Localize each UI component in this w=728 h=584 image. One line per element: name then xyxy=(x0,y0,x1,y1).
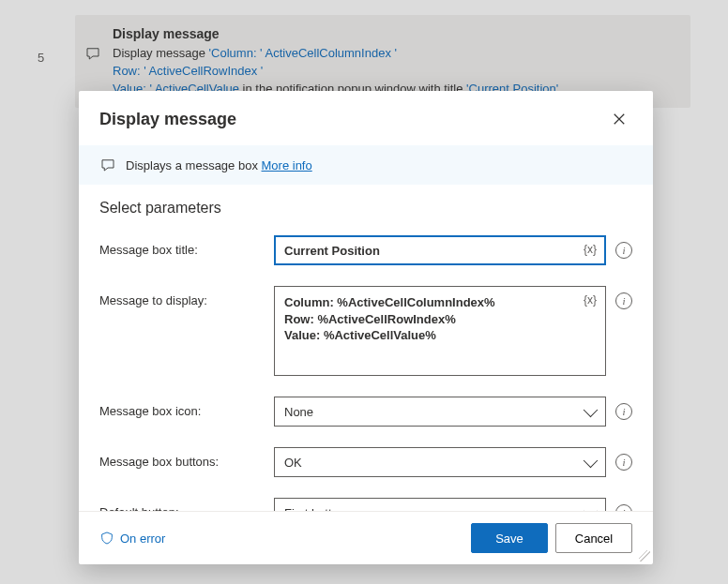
more-info-link[interactable]: More info xyxy=(262,158,312,172)
label-default-button: Default button: xyxy=(99,498,265,511)
cancel-button[interactable]: Cancel xyxy=(555,523,632,553)
label-message: Message to display: xyxy=(99,286,265,307)
action-description-line1: Display message 'Column: ' ActiveCellCol… xyxy=(113,45,675,63)
action-description-line2: Row: ' ActiveCellRowIndex ' xyxy=(113,63,675,81)
save-button[interactable]: Save xyxy=(471,523,548,553)
action-title: Display message xyxy=(113,24,675,43)
message-icon xyxy=(99,157,116,173)
modal-footer: On error Save Cancel xyxy=(79,511,653,564)
help-icon[interactable]: i xyxy=(615,454,632,471)
message-icon xyxy=(84,45,101,62)
info-banner: Displays a message box More info xyxy=(79,145,653,185)
step-number: 5 xyxy=(38,51,44,65)
resize-grip[interactable] xyxy=(639,550,650,562)
help-icon[interactable]: i xyxy=(615,403,632,420)
default-button-dropdown[interactable]: First button xyxy=(274,498,606,511)
close-icon xyxy=(613,112,626,126)
help-icon[interactable]: i xyxy=(615,504,632,511)
title-input[interactable] xyxy=(274,235,606,265)
on-error-link[interactable]: On error xyxy=(99,531,165,546)
buttons-dropdown[interactable]: OK xyxy=(274,447,606,477)
close-button[interactable] xyxy=(606,106,632,132)
help-icon[interactable]: i xyxy=(615,292,632,309)
modal-title: Display message xyxy=(99,110,236,129)
label-buttons: Message box buttons: xyxy=(99,447,265,469)
help-icon[interactable]: i xyxy=(615,242,632,259)
display-message-modal: Display message Displays a message box M… xyxy=(79,91,653,564)
message-textarea[interactable] xyxy=(274,286,606,376)
shield-icon xyxy=(99,531,114,546)
info-text: Displays a message box xyxy=(126,158,262,172)
section-header: Select parameters xyxy=(99,200,632,217)
label-title: Message box title: xyxy=(99,235,265,257)
label-icon: Message box icon: xyxy=(99,397,265,418)
icon-dropdown[interactable]: None xyxy=(274,397,606,427)
